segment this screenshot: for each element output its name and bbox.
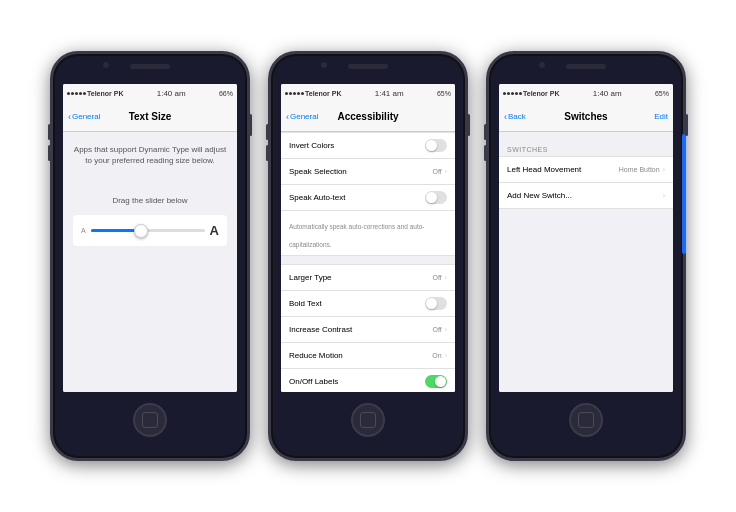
power-button-3 [685, 114, 688, 136]
invert-colors-right [425, 139, 447, 152]
section-gap-1 [281, 256, 455, 264]
status-left-3: Telenor PK [503, 90, 559, 97]
left-head-movement-detail: Home Button [619, 166, 660, 173]
add-new-switch-chevron: › [663, 192, 665, 199]
battery-label-3: 65% [655, 90, 669, 97]
vol-up-2 [266, 124, 269, 140]
slider-thumb[interactable] [134, 224, 148, 238]
reduce-motion-label: Reduce Motion [289, 351, 343, 360]
add-new-switch-row[interactable]: Add New Switch... › [499, 183, 673, 209]
drag-label: Drag the slider below [112, 196, 187, 205]
speak-autotext-sub: Automatically speak auto-corrections and… [281, 211, 455, 256]
power-button [249, 114, 252, 136]
phone-bottom-1 [53, 392, 247, 447]
status-left-2: Telenor PK [285, 90, 341, 97]
slider-track[interactable] [91, 229, 205, 232]
back-button[interactable]: ‹ General [68, 112, 100, 122]
speak-autotext-label: Speak Auto-text [289, 193, 345, 202]
reduce-motion-chevron: › [445, 352, 447, 359]
slider-fill [91, 229, 137, 232]
home-button-1[interactable] [133, 403, 167, 437]
left-head-movement-right: Home Button › [619, 166, 665, 173]
back-chevron-icon: ‹ [68, 112, 71, 122]
speak-selection-right: Off › [432, 168, 447, 175]
nav-bar-text-size: ‹ General Text Size [63, 102, 237, 132]
status-left: Telenor PK [67, 90, 123, 97]
time-label: 1:40 am [157, 89, 186, 98]
phone-top-2 [271, 54, 465, 84]
onoff-labels-toggle[interactable] [425, 375, 447, 388]
switches-section-header: SWITCHES [499, 140, 673, 156]
earpiece-3 [566, 64, 606, 69]
status-bar-3: Telenor PK 1:40 am 65% [499, 84, 673, 102]
invert-colors-label: Invert Colors [289, 141, 334, 150]
dynamic-type-desc: Apps that support Dynamic Type will adju… [73, 144, 227, 166]
screen-accessibility: Telenor PK 1:41 am 65% ‹ General Accessi… [281, 84, 455, 392]
increase-contrast-row[interactable]: Increase Contrast Off › [281, 317, 455, 343]
home-button-inner-1 [142, 412, 158, 428]
phone-top [53, 54, 247, 84]
speak-autotext-row[interactable]: Speak Auto-text [281, 185, 455, 211]
onoff-labels-row[interactable]: On/Off Labels [281, 369, 455, 392]
increase-contrast-right: Off › [432, 326, 447, 333]
status-bar-2: Telenor PK 1:41 am 65% [281, 84, 455, 102]
blue-accent-bar [682, 134, 686, 254]
reduce-motion-right: On › [432, 352, 447, 359]
home-button-3[interactable] [569, 403, 603, 437]
bold-text-row[interactable]: Bold Text [281, 291, 455, 317]
reduce-motion-row[interactable]: Reduce Motion On › [281, 343, 455, 369]
speak-autotext-desc: Automatically speak auto-corrections and… [289, 223, 425, 248]
settings-group-2: Larger Type Off › Bold Text [281, 264, 455, 392]
settings-group-1: Invert Colors Speak Selection Off › [281, 132, 455, 256]
back-button-2[interactable]: ‹ General [286, 112, 318, 122]
back-label-3: Back [508, 112, 526, 121]
reduce-motion-value: On [432, 352, 441, 359]
increase-contrast-value: Off [432, 326, 441, 333]
speak-autotext-toggle[interactable] [425, 191, 447, 204]
accessibility-content: Invert Colors Speak Selection Off › [281, 132, 455, 392]
nav-title-2: Accessibility [337, 111, 398, 122]
front-camera [103, 62, 109, 68]
back-button-3[interactable]: ‹ Back [504, 112, 526, 122]
battery-label: 66% [219, 90, 233, 97]
back-label-2: General [290, 112, 318, 121]
larger-type-row[interactable]: Larger Type Off › [281, 265, 455, 291]
bold-text-right [425, 297, 447, 310]
home-button-2[interactable] [351, 403, 385, 437]
battery-label-2: 65% [437, 90, 451, 97]
status-right-2: 65% [437, 90, 451, 97]
earpiece-2 [348, 64, 388, 69]
edit-button[interactable]: Edit [654, 112, 668, 121]
left-head-movement-row[interactable]: Left Head Movement Home Button › [499, 157, 673, 183]
increase-contrast-chevron: › [445, 326, 447, 333]
bold-text-toggle[interactable] [425, 297, 447, 310]
volume-buttons-2 [266, 124, 269, 161]
speak-selection-row[interactable]: Speak Selection Off › [281, 159, 455, 185]
add-new-switch-label: Add New Switch... [507, 191, 572, 200]
status-bar: Telenor PK 1:40 am 66% [63, 84, 237, 102]
phone-accessibility: Telenor PK 1:41 am 65% ‹ General Accessi… [268, 51, 468, 461]
edit-label: Edit [654, 112, 668, 121]
phone-switches: Telenor PK 1:40 am 65% ‹ Back Switches E… [486, 51, 686, 461]
carrier-label-2: Telenor PK [305, 90, 341, 97]
status-right: 66% [219, 90, 233, 97]
vol-up-button [48, 124, 51, 140]
carrier-label-3: Telenor PK [523, 90, 559, 97]
volume-buttons [48, 124, 51, 161]
slider-small-a: A [81, 227, 86, 234]
earpiece-speaker [130, 64, 170, 69]
nav-title: Text Size [129, 111, 172, 122]
switches-gap [499, 132, 673, 140]
phone-bottom-2 [271, 392, 465, 447]
left-head-movement-chevron: › [663, 166, 665, 173]
invert-colors-toggle[interactable] [425, 139, 447, 152]
back-chevron-icon-3: ‹ [504, 112, 507, 122]
speak-selection-value: Off [432, 168, 441, 175]
home-button-inner-3 [578, 412, 594, 428]
time-label-3: 1:40 am [593, 89, 622, 98]
larger-type-right: Off › [432, 274, 447, 281]
switches-group: Left Head Movement Home Button › Add New… [499, 156, 673, 209]
screen-text-size: Telenor PK 1:40 am 66% ‹ General Text Si… [63, 84, 237, 392]
invert-colors-row[interactable]: Invert Colors [281, 133, 455, 159]
increase-contrast-label: Increase Contrast [289, 325, 352, 334]
